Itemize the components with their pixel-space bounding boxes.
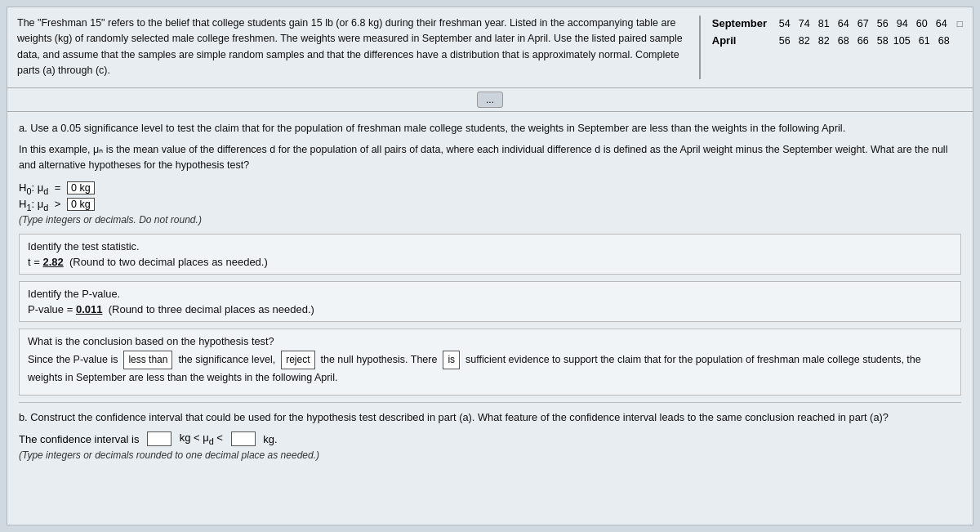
t-prefix: t = — [28, 256, 42, 268]
data-value: 68 — [835, 35, 849, 47]
hypotheses-type-note: (Type integers or decimals. Do not round… — [19, 214, 961, 226]
conclusion-part2: the significance level, — [178, 354, 275, 365]
data-table-area: September 547481646756946064 □ April 568… — [699, 16, 963, 79]
confidence-type-note: (Type integers or decimals rounded to on… — [19, 449, 961, 461]
top-section: The "Freshman 15" refers to the belief t… — [7, 7, 973, 88]
data-value: 58 — [874, 35, 889, 47]
problem-description: The "Freshman 15" refers to the belief t… — [17, 16, 683, 79]
confidence-interval-row: The confidence interval is kg < μd < kg. — [19, 431, 961, 446]
h1-line: H1: μd > 0 kg — [19, 198, 961, 212]
h1-symbol: H1: μd — [19, 198, 48, 212]
conclusion-dropdown3[interactable]: is — [443, 351, 460, 369]
test-statistic-label: Identify the test statistic. — [28, 240, 952, 253]
t-statistic-line: t = 2.82 (Round to two decimal places as… — [28, 256, 952, 268]
conclusion-part3: the null hypothesis. There — [321, 354, 438, 365]
conclusion-label: What is the conclusion based on the hypo… — [28, 335, 952, 347]
conclusion-dropdown2[interactable]: reject — [281, 351, 314, 369]
content-section: a. Use a 0.05 significance level to test… — [7, 112, 973, 478]
data-value: 94 — [893, 18, 908, 29]
part-a-title: a. Use a 0.05 significance level to test… — [19, 120, 961, 136]
september-label: September — [712, 17, 769, 29]
data-value: 82 — [815, 35, 830, 47]
hypotheses-block: H0: μd = 0 kg H1: μd > 0 kg (Type intege… — [19, 181, 961, 225]
kg-label1: kg < μd < — [180, 431, 223, 446]
part-b-section: b. Construct the confidence interval tha… — [19, 402, 961, 461]
data-value: 68 — [935, 35, 950, 47]
kg-label2: kg. — [263, 433, 277, 445]
h0-value-box[interactable]: 0 kg — [67, 181, 95, 194]
data-value: 64 — [933, 18, 947, 29]
t-value: 2.82 — [42, 256, 63, 268]
part-a-description: In this example, μₙ is the mean value of… — [19, 142, 961, 174]
conclusion-row: Since the P-value is less than the signi… — [28, 351, 952, 386]
t-suffix: (Round to two decimal places as needed.) — [69, 256, 268, 268]
confidence-input2[interactable] — [231, 431, 256, 446]
h0-operator: = — [51, 181, 64, 194]
april-label: April — [712, 34, 769, 47]
data-value: 56 — [874, 18, 889, 29]
data-value: 61 — [915, 35, 930, 47]
april-row: April 5682826866581056168 — [712, 34, 963, 47]
data-value: 56 — [776, 35, 791, 47]
confidence-input1[interactable] — [147, 431, 172, 446]
september-icon: □ — [957, 18, 963, 29]
pvalue-suffix: (Round to three decimal places as needed… — [109, 303, 314, 315]
conclusion-section: What is the conclusion based on the hypo… — [19, 329, 961, 396]
data-value: 74 — [795, 18, 810, 29]
data-value: 66 — [854, 35, 869, 47]
h1-operator: > — [51, 198, 64, 210]
test-statistic-section: Identify the test statistic. t = 2.82 (R… — [19, 234, 961, 275]
pvalue-prefix: P-value = — [28, 303, 76, 315]
data-value: 105 — [893, 35, 911, 47]
data-value: 81 — [815, 18, 830, 29]
confidence-text1: The confidence interval is — [19, 433, 139, 445]
data-value: 60 — [913, 18, 928, 29]
expand-button[interactable]: ... — [477, 92, 503, 108]
september-row: September 547481646756946064 □ — [712, 17, 963, 29]
part-b-title: b. Construct the confidence interval tha… — [19, 409, 961, 425]
h0-line: H0: μd = 0 kg — [19, 181, 961, 196]
h1-value-box[interactable]: 0 kg — [67, 198, 95, 211]
data-value: 67 — [854, 18, 869, 29]
april-values: 5682826866581056168 — [776, 35, 950, 47]
conclusion-dropdown1[interactable]: less than — [123, 351, 172, 369]
h0-symbol: H0: μd — [19, 181, 48, 196]
data-value: 82 — [795, 35, 810, 47]
data-value: 54 — [776, 18, 791, 29]
september-values: 547481646756946064 — [776, 18, 947, 29]
pvalue-line: P-value = 0.011 (Round to three decimal … — [28, 303, 952, 315]
conclusion-part1: Since the P-value is — [28, 354, 118, 365]
pvalue-value: 0.011 — [76, 303, 103, 315]
pvalue-section: Identify the P-value. P-value = 0.011 (R… — [19, 281, 961, 322]
expand-btn-row: ... — [7, 88, 973, 112]
main-container: The "Freshman 15" refers to the belief t… — [7, 7, 973, 525]
data-value: 64 — [835, 18, 849, 29]
pvalue-label: Identify the P-value. — [28, 288, 952, 300]
